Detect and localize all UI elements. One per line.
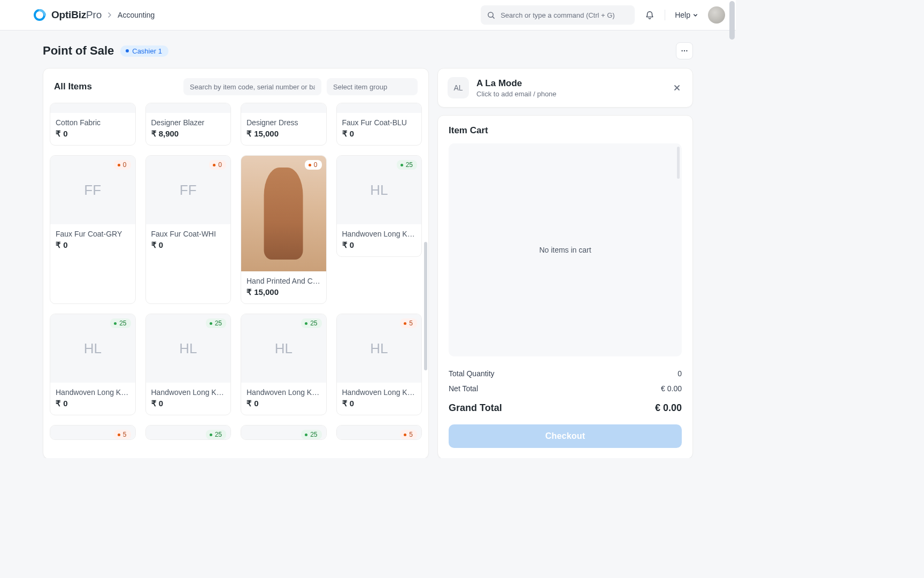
cart-scrollbar[interactable] [677, 147, 680, 179]
item-card[interactable]: HL5Handwoven Long Kur…₹ 0 [336, 314, 422, 415]
stock-badge: 25 [301, 430, 321, 439]
item-abbr: FF [180, 182, 197, 199]
item-price: ₹ 0 [151, 240, 226, 250]
item-card[interactable]: 5 [50, 425, 136, 440]
item-abbr: HL [370, 340, 388, 357]
item-name: Handwoven Long Kur… [247, 388, 321, 397]
stock-badge: 5 [400, 430, 417, 439]
total-qty-value: 0 [677, 369, 682, 378]
item-price: ₹ 0 [342, 240, 417, 250]
stock-badge: 0 [305, 160, 322, 170]
total-qty-label: Total Quantity [449, 369, 495, 378]
help-label: Help [675, 11, 690, 19]
brand-name: OptiBizPro [51, 9, 102, 21]
page-title: Point of Sale [43, 44, 114, 58]
brand-mark-icon [32, 7, 47, 22]
cart-panel: Item Cart No items in cart Total Quantit… [437, 115, 693, 458]
cart-title: Item Cart [449, 125, 682, 136]
item-card[interactable]: HL25Handwoven Long Kur…₹ 0 [145, 314, 232, 415]
item-name: Faux Fur Coat-GRY [56, 230, 130, 238]
item-card[interactable]: 5 [336, 425, 422, 440]
item-search-input[interactable] [183, 78, 321, 95]
item-price: ₹ 8,900 [151, 129, 226, 139]
stock-badge: 25 [110, 318, 130, 328]
item-name: Handwoven Long Kur… [151, 388, 226, 397]
stock-badge: 0 [209, 160, 226, 170]
item-group-select[interactable] [327, 78, 418, 95]
item-abbr: FF [84, 182, 101, 199]
stock-badge: 0 [114, 160, 131, 170]
item-abbr: HL [370, 182, 388, 199]
item-card[interactable]: HL 25 Handwoven Long Kur…₹ 0 [336, 155, 422, 257]
navbar-divider [665, 10, 665, 20]
more-menu-button[interactable] [676, 42, 693, 59]
item-image [241, 156, 326, 271]
page-scrollbar[interactable] [729, 1, 735, 40]
item-price: ₹ 15,000 [247, 287, 321, 297]
checkout-button[interactable]: Checkout [449, 424, 682, 448]
net-total-value: € 0.00 [661, 384, 682, 393]
item-card[interactable]: Faux Fur Coat-BLU₹ 0 [336, 103, 422, 146]
stock-badge: 5 [114, 430, 131, 439]
global-search-input[interactable] [500, 11, 628, 19]
pos-profile-badge[interactable]: Cashier 1 [120, 45, 168, 57]
global-search[interactable] [481, 5, 635, 25]
clear-customer-button[interactable] [671, 82, 683, 94]
item-card[interactable]: Designer Dress₹ 15,000 [241, 103, 327, 146]
item-price: ₹ 0 [247, 399, 321, 408]
svg-point-3 [684, 50, 685, 51]
customer-name: A La Mode [476, 78, 557, 89]
ellipsis-icon [681, 47, 688, 55]
total-qty-row: Total Quantity 0 [449, 366, 682, 381]
item-abbr: HL [179, 340, 197, 357]
item-card[interactable]: FF 0 Faux Fur Coat-WHI₹ 0 [145, 155, 232, 304]
stock-badge: 5 [400, 318, 417, 328]
item-name: Hand Printed And C… [247, 277, 321, 285]
stock-badge: 25 [397, 160, 417, 170]
item-card[interactable]: 25 [241, 425, 327, 440]
item-price: ₹ 0 [56, 129, 130, 139]
item-price: ₹ 0 [151, 399, 226, 408]
stock-badge: 25 [206, 430, 226, 439]
items-panel: All Items Cotton Fabric₹ 0 Designer Blaz… [43, 68, 429, 458]
item-price: ₹ 15,000 [247, 129, 321, 139]
item-card[interactable]: FF 0 Faux Fur Coat-GRY₹ 0 [50, 155, 136, 304]
grand-total-value: € 0.00 [655, 402, 682, 414]
item-name: Designer Dress [247, 118, 321, 127]
cart-empty-text: No items in cart [539, 246, 591, 254]
item-name: Cotton Fabric [56, 118, 130, 127]
item-abbr: HL [275, 340, 292, 357]
notifications-button[interactable] [644, 10, 655, 20]
navbar: OptiBizPro Accounting Help [0, 0, 736, 31]
item-card[interactable]: 25 [145, 425, 232, 440]
breadcrumb-separator-icon [107, 12, 112, 18]
stock-badge: 25 [206, 318, 226, 328]
item-price: ₹ 0 [56, 240, 130, 250]
chevron-down-icon [692, 12, 698, 18]
svg-point-4 [686, 50, 687, 51]
item-price: ₹ 0 [342, 399, 417, 408]
grand-total-label: Grand Total [449, 402, 502, 414]
search-icon [487, 11, 495, 19]
item-abbr: HL [84, 340, 102, 357]
net-total-label: Net Total [449, 384, 478, 393]
items-scrollbar[interactable] [424, 242, 427, 370]
user-avatar[interactable] [708, 6, 725, 24]
breadcrumb-accounting[interactable]: Accounting [118, 11, 155, 19]
close-icon [673, 84, 681, 92]
stock-badge: 25 [301, 318, 321, 328]
item-card[interactable]: Cotton Fabric₹ 0 [50, 103, 136, 146]
item-card[interactable]: Designer Blazer₹ 8,900 [145, 103, 232, 146]
help-menu[interactable]: Help [675, 11, 698, 19]
brand-logo[interactable]: OptiBizPro [32, 7, 102, 22]
pos-profile-label: Cashier 1 [132, 47, 162, 55]
item-card[interactable]: HL25Handwoven Long Kur…₹ 0 [241, 314, 327, 415]
svg-point-2 [681, 50, 682, 51]
customer-initials: AL [448, 77, 469, 98]
net-total-row: Net Total € 0.00 [449, 381, 682, 396]
item-card[interactable]: 0 Hand Printed And C…₹ 15,000 [241, 155, 327, 304]
item-card[interactable]: HL25Handwoven Long Kur…₹ 0 [50, 314, 136, 415]
customer-info[interactable]: A La Mode Click to add email / phone [476, 78, 557, 98]
customer-panel: AL A La Mode Click to add email / phone [437, 68, 693, 108]
item-price: ₹ 0 [342, 129, 417, 139]
